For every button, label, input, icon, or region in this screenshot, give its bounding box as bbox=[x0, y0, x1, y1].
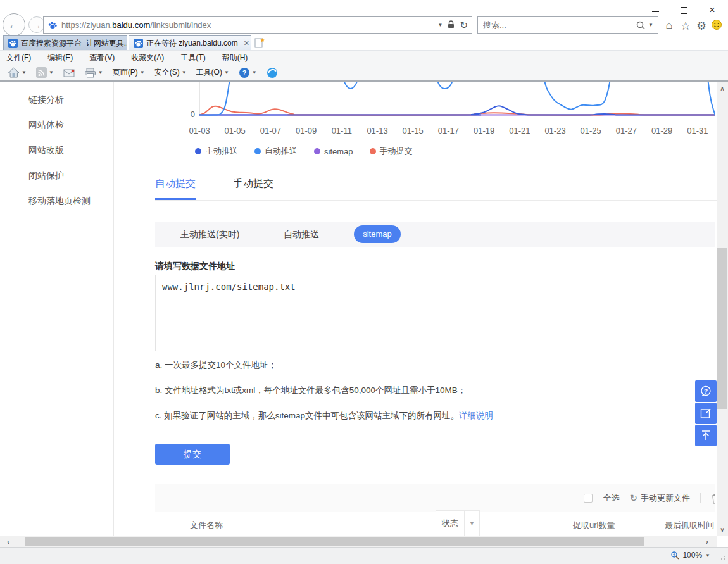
menu-item[interactable]: 收藏夹(A) bbox=[131, 53, 164, 63]
maximize-button[interactable] bbox=[673, 3, 694, 18]
legend-item[interactable]: 手动提交 bbox=[370, 146, 413, 157]
scroll-up-icon[interactable]: ∧ bbox=[717, 85, 728, 92]
manual-refresh-button[interactable]: ↻手动更新文件 bbox=[629, 492, 690, 504]
select-all-checkbox[interactable] bbox=[584, 494, 593, 503]
help-button[interactable]: ?▼ bbox=[236, 67, 260, 78]
x-tick-label: 01-11 bbox=[324, 126, 360, 135]
close-button[interactable]: × bbox=[701, 3, 723, 18]
y-axis-zero-label: 0 bbox=[176, 110, 195, 119]
subtab-active-push[interactable]: 主动推送(实时) bbox=[180, 222, 239, 247]
subtab-auto-push[interactable]: 自动推送 bbox=[284, 222, 319, 247]
browser-tab-1[interactable]: 百度搜索资源平台_让网站更具... bbox=[3, 35, 127, 50]
submit-button[interactable]: 提交 bbox=[155, 444, 230, 465]
site-favicon-icon bbox=[47, 20, 58, 30]
print-button[interactable]: ▼ bbox=[82, 68, 106, 78]
menu-item[interactable]: 查看(V) bbox=[89, 53, 115, 63]
tab-auto-submit[interactable]: 自动提交 bbox=[155, 177, 196, 191]
scroll-right-icon[interactable]: › bbox=[701, 537, 713, 546]
tab-manual-submit[interactable]: 手动提交 bbox=[233, 177, 273, 191]
chevron-down-icon: ▼ bbox=[464, 511, 479, 536]
zoom-level: 100% bbox=[682, 551, 702, 560]
page-menu[interactable]: 页面(P)▼ bbox=[110, 67, 147, 78]
menu-item[interactable]: 工具(T) bbox=[180, 53, 205, 63]
search-dropdown-icon[interactable]: ▼ bbox=[648, 22, 653, 28]
favorites-star-icon[interactable]: ☆ bbox=[678, 19, 693, 33]
menu-bar: 文件(F)编辑(E)查看(V)收藏夹(A)工具(T)帮助(H) bbox=[0, 50, 728, 65]
smiley-feedback-icon[interactable] bbox=[709, 19, 724, 34]
refresh-icon[interactable]: ↻ bbox=[460, 20, 468, 31]
legend-item[interactable]: 主动推送 bbox=[195, 146, 238, 157]
command-bar: ▼ ▼ ▼ 页面(P)▼ 安全(S)▼ 工具(O)▼ ?▼ bbox=[0, 65, 728, 82]
legend-dot-icon bbox=[195, 148, 201, 154]
address-bar[interactable]: https://ziyuan.baidu.com/linksubmit/inde… bbox=[43, 16, 472, 34]
submission-chart bbox=[199, 82, 715, 116]
tools-menu[interactable]: 工具(O)▼ bbox=[194, 67, 232, 78]
search-input[interactable] bbox=[478, 20, 636, 30]
read-mail-button[interactable] bbox=[61, 68, 77, 77]
sidebar-item[interactable]: 移动落地页检测 bbox=[0, 188, 113, 213]
legend-item[interactable]: 自动推送 bbox=[254, 146, 298, 157]
list-toolbar: 全选 ↻手动更新文件 bbox=[155, 484, 715, 512]
vertical-scroll-thumb[interactable] bbox=[717, 248, 727, 409]
help-feedback-button[interactable]: ? bbox=[695, 380, 717, 402]
menu-item[interactable]: 文件(F) bbox=[6, 53, 31, 63]
sitemap-url-textarea[interactable]: www.jlnrj.com/sitemap.txt bbox=[155, 275, 715, 351]
search-icon[interactable] bbox=[636, 20, 646, 30]
subtab-bar: 主动推送(实时) 自动推送 sitemap bbox=[155, 222, 715, 247]
scroll-left-icon[interactable]: ‹ bbox=[3, 537, 14, 546]
home-page-button[interactable]: ▼ bbox=[5, 67, 29, 78]
safety-menu[interactable]: 安全(S)▼ bbox=[152, 67, 189, 78]
form-label: 请填写数据文件地址 bbox=[155, 261, 235, 272]
sidebar-item[interactable]: 网站体检 bbox=[0, 112, 113, 137]
menu-item[interactable]: 帮助(H) bbox=[222, 53, 248, 63]
search-box[interactable]: ▼ bbox=[477, 16, 658, 34]
col-file-name: 文件名称 bbox=[190, 520, 223, 531]
select-all-label[interactable]: 全选 bbox=[603, 492, 619, 504]
new-tab-button[interactable] bbox=[254, 37, 265, 51]
vertical-scrollbar[interactable]: ∧ ∨ bbox=[717, 82, 728, 536]
status-bar: 100% ▼ bbox=[0, 547, 728, 564]
tab-divider bbox=[155, 200, 717, 201]
browser-window: × ← → https://ziyuan.baidu.com/linksubmi… bbox=[0, 0, 728, 564]
x-tick-label: 01-21 bbox=[502, 126, 537, 135]
x-tick-label: 01-07 bbox=[253, 126, 288, 135]
home-icon[interactable]: ⌂ bbox=[662, 19, 677, 32]
note-b: b. 文件地址格式为txt或xml，每个地址文件最多包含50,000个网址且需小… bbox=[155, 385, 493, 396]
tab-close-icon[interactable]: ✕ bbox=[244, 39, 249, 47]
legend-dot-icon bbox=[370, 148, 376, 154]
scroll-down-icon[interactable]: ∨ bbox=[717, 526, 728, 533]
note-c: c. 如果验证了网站的主域，那么sitemap文件中可包含该网站主域下的所有网址… bbox=[155, 410, 493, 422]
status-filter-dropdown[interactable]: 状态▼ bbox=[436, 510, 480, 536]
svg-text:?: ? bbox=[704, 388, 708, 395]
col-url-count: 提取url数量 bbox=[573, 520, 615, 531]
feedback-edit-button[interactable] bbox=[695, 403, 717, 424]
zoom-icon bbox=[670, 551, 679, 560]
floating-toolbar: ? bbox=[695, 380, 717, 447]
address-dropdown-icon[interactable]: ▼ bbox=[438, 22, 443, 28]
subtab-sitemap[interactable]: sitemap bbox=[354, 225, 401, 243]
x-axis-ticks: 01-0301-0501-0701-0901-1101-1301-1501-17… bbox=[199, 126, 715, 136]
tab-favicon-icon bbox=[8, 39, 18, 48]
legend-item[interactable]: sitemap bbox=[314, 147, 353, 156]
menu-item[interactable]: 编辑(E) bbox=[47, 53, 73, 63]
browser-extension-icon[interactable] bbox=[264, 67, 280, 78]
zoom-dropdown-icon[interactable]: ▼ bbox=[705, 553, 710, 558]
sidebar-item[interactable]: 网站改版 bbox=[0, 137, 113, 163]
resize-grip[interactable] bbox=[720, 555, 725, 560]
horizontal-scroll-thumb[interactable] bbox=[25, 537, 644, 546]
minimize-button[interactable] bbox=[644, 3, 666, 18]
delete-icon[interactable] bbox=[711, 493, 715, 504]
zoom-control[interactable]: 100% ▼ bbox=[670, 551, 710, 560]
detail-link[interactable]: 详细说明 bbox=[459, 411, 493, 420]
sidebar-item[interactable]: 闭站保护 bbox=[0, 163, 113, 188]
tab-favicon-icon bbox=[134, 39, 143, 48]
horizontal-scrollbar[interactable]: ‹ › bbox=[0, 536, 717, 547]
browser-tab-2[interactable]: 正在等待 ziyuan.baidu.com ✕ bbox=[129, 35, 251, 50]
settings-gear-icon[interactable]: ⚙ bbox=[694, 19, 709, 33]
sidebar-item[interactable]: 链接分析 bbox=[0, 87, 113, 112]
back-to-top-button[interactable] bbox=[695, 425, 717, 446]
rss-feed-button[interactable]: ▼ bbox=[34, 67, 56, 78]
tab-label: 百度搜索资源平台_让网站更具... bbox=[21, 38, 127, 49]
back-button[interactable]: ← bbox=[3, 13, 25, 36]
toolbar-divider bbox=[700, 493, 701, 503]
